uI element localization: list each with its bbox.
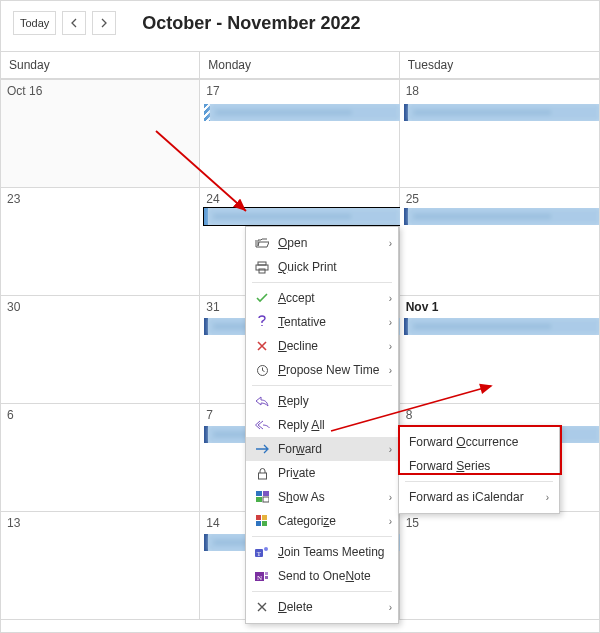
menu-quick-print[interactable]: Quick Print <box>246 255 398 279</box>
event-title-blurred <box>408 318 600 335</box>
menu-label: Forward Occurrence <box>409 435 549 449</box>
menu-label: Forward <box>278 442 381 456</box>
menu-decline[interactable]: Decline › <box>246 334 398 358</box>
menu-separator <box>252 282 392 283</box>
reply-icon <box>254 393 270 409</box>
svg-rect-7 <box>256 497 262 502</box>
svg-rect-6 <box>263 491 269 496</box>
menu-open[interactable]: Open › <box>246 231 398 255</box>
menu-show-as[interactable]: Show As › <box>246 485 398 509</box>
date-label: 6 <box>7 408 14 422</box>
menu-separator <box>405 481 553 482</box>
next-button[interactable] <box>92 11 116 35</box>
date-label: 7 <box>206 408 213 422</box>
calendar-cell[interactable]: 25 <box>400 188 599 296</box>
menu-label: Decline <box>278 339 381 353</box>
calendar-event[interactable] <box>404 208 600 225</box>
event-title-blurred <box>408 104 600 121</box>
chevron-right-icon: › <box>546 492 549 503</box>
show-as-icon <box>254 489 270 505</box>
menu-private[interactable]: Private <box>246 461 398 485</box>
calendar-cell[interactable]: 30 <box>1 296 200 404</box>
submenu-forward-series[interactable]: Forward Series <box>399 454 559 478</box>
menu-label: Propose New Time <box>278 363 381 377</box>
day-header: Monday <box>200 52 399 79</box>
x-icon <box>254 599 270 615</box>
calendar-event[interactable] <box>404 318 600 335</box>
menu-label: Reply <box>278 394 392 408</box>
svg-rect-10 <box>262 515 267 520</box>
menu-send-onenote[interactable]: N Send to OneNote <box>246 564 398 588</box>
day-header: Tuesday <box>400 52 599 79</box>
submenu-forward-icalendar[interactable]: Forward as iCalendar › <box>399 485 559 509</box>
context-menu: Open › Quick Print Accept › Tentative › … <box>245 226 399 624</box>
categorize-icon <box>254 513 270 529</box>
menu-label: Tentative <box>278 315 381 329</box>
today-button[interactable]: Today <box>13 11 56 35</box>
menu-accept[interactable]: Accept › <box>246 286 398 310</box>
date-label: 8 <box>406 408 413 422</box>
onenote-icon: N <box>254 568 270 584</box>
chevron-right-icon <box>100 18 108 28</box>
menu-label: Private <box>278 466 392 480</box>
menu-reply-all[interactable]: Reply All <box>246 413 398 437</box>
date-label: 18 <box>406 84 419 98</box>
menu-tentative[interactable]: Tentative › <box>246 310 398 334</box>
menu-separator <box>252 385 392 386</box>
calendar-event[interactable] <box>404 104 600 121</box>
menu-separator <box>252 591 392 592</box>
svg-rect-9 <box>256 515 261 520</box>
menu-label: Reply All <box>278 418 392 432</box>
prev-button[interactable] <box>62 11 86 35</box>
calendar-cell[interactable]: Oct 16 <box>1 80 200 188</box>
lock-icon <box>254 465 270 481</box>
chevron-right-icon: › <box>389 602 392 613</box>
menu-label: Quick Print <box>278 260 392 274</box>
reply-all-icon <box>254 417 270 433</box>
calendar-event[interactable] <box>204 104 399 121</box>
calendar-cell[interactable]: 13 <box>1 512 200 620</box>
menu-reply[interactable]: Reply <box>246 389 398 413</box>
x-icon <box>254 338 270 354</box>
calendar-cell[interactable]: 17 <box>200 80 399 188</box>
date-label: 13 <box>7 516 20 530</box>
calendar-cell[interactable]: Nov 1 <box>400 296 599 404</box>
menu-categorize[interactable]: Categorize › <box>246 509 398 533</box>
date-label: 17 <box>206 84 219 98</box>
menu-label: Forward Series <box>409 459 549 473</box>
submenu-forward-occurrence[interactable]: Forward Occurrence <box>399 430 559 454</box>
menu-propose-new-time[interactable]: Propose New Time › <box>246 358 398 382</box>
svg-rect-4 <box>258 473 266 479</box>
calendar-cell[interactable]: 23 <box>1 188 200 296</box>
chevron-right-icon: › <box>389 492 392 503</box>
date-label: 31 <box>206 300 219 314</box>
chevron-right-icon: › <box>389 444 392 455</box>
calendar-cell[interactable]: 6 <box>1 404 200 512</box>
menu-delete[interactable]: Delete › <box>246 595 398 619</box>
calendar-cell[interactable]: 15 <box>400 512 599 620</box>
calendar-cell[interactable]: 18 <box>400 80 599 188</box>
svg-rect-12 <box>262 521 267 526</box>
menu-label: Open <box>278 236 381 250</box>
teams-icon: T <box>254 544 270 560</box>
check-icon <box>254 290 270 306</box>
chevron-left-icon <box>70 18 78 28</box>
calendar-event[interactable] <box>204 208 399 225</box>
date-label: 24 <box>206 192 219 206</box>
menu-label: Forward as iCalendar <box>409 490 538 504</box>
svg-text:N: N <box>257 573 262 581</box>
menu-label: Show As <box>278 490 381 504</box>
svg-rect-5 <box>256 491 262 496</box>
menu-forward[interactable]: Forward › <box>246 437 398 461</box>
chevron-right-icon: › <box>389 365 392 376</box>
clock-icon <box>254 362 270 378</box>
event-title-blurred <box>210 104 399 121</box>
menu-join-teams[interactable]: T Join Teams Meeting <box>246 540 398 564</box>
chevron-right-icon: › <box>389 516 392 527</box>
chevron-right-icon: › <box>389 341 392 352</box>
date-label: 15 <box>406 516 419 530</box>
page-title: October - November 2022 <box>142 13 360 34</box>
menu-label: Categorize <box>278 514 381 528</box>
event-title-blurred <box>208 208 399 225</box>
menu-label: Send to OneNote <box>278 569 392 583</box>
